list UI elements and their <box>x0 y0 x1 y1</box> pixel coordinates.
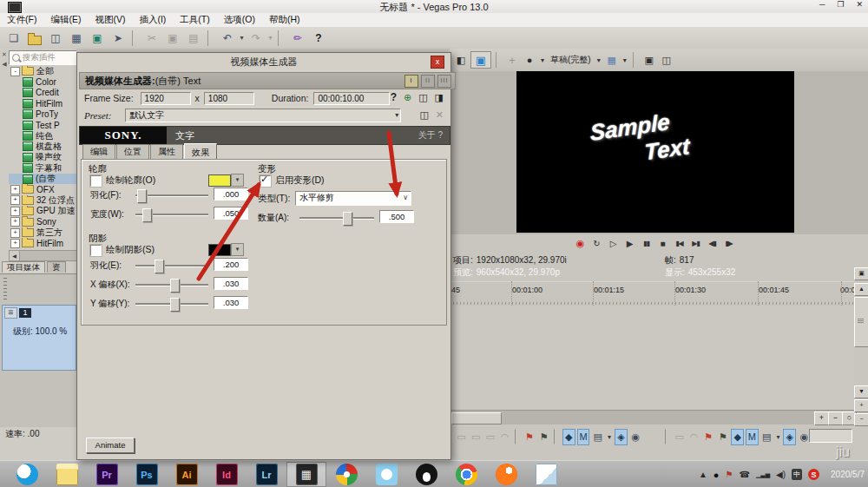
chevron-down-icon[interactable]: ∨ <box>403 192 408 204</box>
cut-icon[interactable]: ✂ <box>141 30 162 46</box>
file-explorer-icon[interactable] <box>47 462 87 487</box>
menu-item[interactable]: 编辑(E) <box>43 14 88 26</box>
loop-playback-button[interactable]: ↻ <box>589 237 604 250</box>
save-snapshot-icon[interactable]: ◫ <box>659 52 674 68</box>
tab-project-media[interactable]: 项目媒体 <box>2 261 45 273</box>
menu-item[interactable]: 文件(F) <box>0 14 43 26</box>
volume-icon[interactable]: ◀) <box>776 470 786 479</box>
paste-dropdown-icon[interactable]: ▾ <box>606 429 613 445</box>
paste-icon[interactable]: ▤ <box>183 30 204 46</box>
previous-frame-button[interactable]: ◀▮ <box>705 237 720 250</box>
play-button[interactable]: ▶ <box>622 237 637 250</box>
shadow-yoffset-value[interactable]: .030 <box>214 296 248 309</box>
timeline-track-area[interactable] <box>450 306 854 410</box>
plugin-tree-item[interactable]: + 32 位浮点 <box>9 195 76 206</box>
panel-grip[interactable]: ✕ ◀ <box>0 49 9 257</box>
layout-view-button[interactable]: III <box>437 75 451 88</box>
menu-item[interactable]: 插入(I) <box>132 14 173 26</box>
plugin-tree-item[interactable]: Test P <box>9 120 76 130</box>
photoshop-icon[interactable]: Ps <box>127 462 167 487</box>
hscroll-thumb[interactable] <box>451 412 502 424</box>
preview-toolbar-separator[interactable] <box>496 52 500 68</box>
lightroom-icon[interactable]: Lr <box>247 462 286 487</box>
preview-panel-icon[interactable]: ◧ <box>453 52 469 68</box>
tree-expand-icon[interactable]: + <box>10 207 20 216</box>
plugin-tree-item[interactable]: 字幕和 <box>9 163 76 174</box>
grid-dropdown-icon[interactable]: ▾ <box>621 52 628 68</box>
group-icon[interactable]: ◈ <box>783 429 796 445</box>
draw-outline-checkbox[interactable] <box>90 175 102 187</box>
undo-dropdown-icon[interactable]: ▾ <box>238 30 246 46</box>
outline-color-dropdown-icon[interactable]: ▾ <box>231 174 244 187</box>
slider-thumb[interactable] <box>137 189 147 203</box>
tab-explorer[interactable]: 资 <box>47 261 66 273</box>
dialog-tab[interactable]: 编辑 <box>82 144 115 160</box>
menu-item[interactable]: 选项(O) <box>217 14 262 26</box>
render-as-icon[interactable]: ▦ <box>66 30 87 46</box>
copy-snapshot-icon[interactable]: ▣ <box>641 52 657 68</box>
preview-toolbar-separator[interactable] <box>633 52 637 68</box>
illustrator-icon[interactable]: Ai <box>167 462 207 487</box>
paste-event-attributes-icon[interactable]: ▤ <box>591 429 604 445</box>
save-project-icon[interactable]: ◫ <box>45 30 66 46</box>
track-header[interactable]: ☰ 1 级别: 100.0 % <box>2 305 76 371</box>
preset-select[interactable]: 默认文字 ▾ <box>125 109 401 122</box>
outline-width-slider[interactable] <box>135 214 208 216</box>
ungroup-events-icon[interactable]: ◉ <box>629 429 642 445</box>
sogou-tray-icon[interactable]: S <box>808 469 819 480</box>
fade-envelope-icon[interactable]: ◠ <box>498 429 511 445</box>
trim-end-icon[interactable]: ▭ <box>483 429 496 445</box>
track-level-label[interactable]: 级别: 100.0 % <box>3 326 76 338</box>
vegas-pro-icon[interactable]: ▦ <box>286 462 326 487</box>
shadow-feather-value[interactable]: .200 <box>214 258 248 271</box>
whats-this-help-icon[interactable]: ? <box>308 30 329 46</box>
plugin-tree-item[interactable]: + GPU 加速 <box>9 206 76 216</box>
plugin-tree-item[interactable]: Color <box>9 76 76 87</box>
undo-icon[interactable]: ↶ <box>217 30 238 46</box>
taskbar-date[interactable]: 2020/5/7 <box>831 470 865 479</box>
tree-expand-icon[interactable]: + <box>10 239 20 248</box>
track-menu-icon[interactable]: ☰ <box>4 307 17 319</box>
shadow-xoffset-slider[interactable] <box>135 284 208 286</box>
qq-browser-icon[interactable] <box>7 462 47 487</box>
delete-preset-icon[interactable]: ✕ <box>436 109 444 121</box>
outline-width-value[interactable]: .050 <box>214 207 248 220</box>
slider-thumb[interactable] <box>170 279 180 293</box>
grid-overlay-icon[interactable]: ▦ <box>604 52 620 68</box>
maximize-button[interactable]: ❐ <box>837 0 844 9</box>
cat-app-icon[interactable] <box>366 462 406 487</box>
duration-field[interactable]: 00:00:10.00 <box>313 92 390 105</box>
redo-icon[interactable]: ↷ <box>246 30 266 46</box>
menu-item[interactable]: 工具(T) <box>173 14 216 26</box>
plugin-tree-item[interactable]: 棋盘格 <box>9 141 76 152</box>
track-zoom-in-button[interactable]: + <box>854 399 868 412</box>
scroll-up-button[interactable]: ▲ <box>854 283 868 296</box>
overlay-cross-icon[interactable]: + <box>504 52 520 68</box>
track-zoom-out-button[interactable]: − <box>854 413 868 426</box>
open-project-icon[interactable] <box>24 30 45 46</box>
shadow-feather-slider[interactable] <box>135 265 208 267</box>
pause-button[interactable]: ▮▮ <box>639 237 654 250</box>
new-project-icon[interactable]: ❏ <box>3 30 24 46</box>
dialog-tab[interactable]: 属性 <box>150 144 183 160</box>
external-monitor-icon[interactable]: ▣ <box>470 51 491 69</box>
shadow-color-dropdown-icon[interactable]: ▾ <box>231 243 244 256</box>
zoom-in-button[interactable]: + <box>814 411 829 425</box>
timeline-hscrollbar[interactable]: + − ○ <box>450 410 854 424</box>
snap-toggle-icon[interactable]: ◆ <box>562 429 575 445</box>
plugin-tree-item[interactable]: + 第三方 <box>9 227 76 238</box>
plugin-tree-item[interactable]: 纯色 <box>9 130 76 141</box>
preview-quality-label[interactable]: 草稿(完整) <box>548 52 594 68</box>
deform-amount-slider[interactable] <box>299 217 374 220</box>
timeline-ruler[interactable]: 4500:01:0000:01:1500:01:3000:01:4500:0 <box>450 281 854 307</box>
tree-expand-icon[interactable]: - <box>10 67 20 76</box>
qq-tray-icon[interactable]: ● <box>713 470 720 480</box>
clipboard-icon[interactable]: ▤ <box>760 429 773 445</box>
shadow-color-swatch[interactable] <box>208 244 231 256</box>
security-flag-icon[interactable]: ⚑ <box>725 470 733 479</box>
plugin-tree-item[interactable]: + OFX <box>9 184 76 194</box>
sogou-browser-icon[interactable] <box>486 462 526 487</box>
trim-start-icon[interactable]: ▭ <box>470 429 483 445</box>
normalize-icon[interactable]: ▭ <box>455 429 468 445</box>
tree-expand-icon[interactable]: + <box>10 195 20 205</box>
